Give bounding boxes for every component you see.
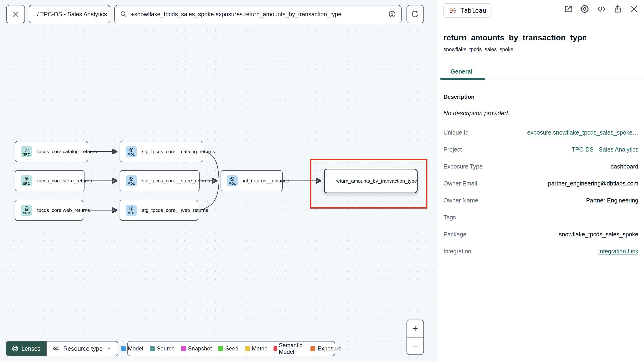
row-label: Project (444, 146, 462, 153)
description-empty-text: No description provided. (444, 110, 638, 117)
resource-type-label: Resource type (63, 345, 103, 352)
source-badge-label: SRC (23, 211, 30, 215)
panel-actions (564, 0, 638, 18)
legend-swatch (245, 346, 250, 351)
lenses-button[interactable]: Lenses (6, 341, 46, 356)
lineage-node-exposure-selected[interactable]: return_amounts_by_transaction_type (324, 169, 418, 193)
tableau-icon (449, 6, 457, 15)
chevron-down-icon (106, 346, 112, 351)
model-badge-label: MDL (128, 153, 135, 156)
node-label: tpcds_core.store_returns (37, 178, 92, 184)
row-label: Tags (444, 214, 456, 221)
node-label: stg_tpcds_core__web_returns (142, 207, 208, 213)
refresh-lineage-button[interactable] (406, 5, 424, 23)
active-tab-indicator (440, 78, 485, 80)
legend-item-source: Source (150, 345, 175, 352)
code-icon (596, 4, 606, 14)
source-badge-label: SRC (23, 153, 30, 156)
model-badge: MDL (126, 146, 137, 157)
legend-label: Source (157, 345, 175, 352)
row-value: dashboard (610, 163, 638, 170)
lineage-node-source-store-returns[interactable]: SRC tpcds_core.store_returns (15, 170, 84, 191)
breadcrumb[interactable]: .. / TPC-DS - Sales Analytics (29, 5, 110, 23)
legend-swatch (310, 346, 316, 351)
row-value: snowflake_tpcds_sales_spoke (559, 231, 638, 238)
row-label: Unique Id (444, 129, 469, 136)
row-label: Package (444, 231, 466, 238)
metadata-rows: Unique Id exposure.snowflake_tpcds_sales… (444, 129, 638, 265)
row-project: Project TPC-DS - Sales Analytics (444, 146, 638, 163)
integration-link[interactable]: Integration Link (598, 248, 638, 255)
row-integration: Integration Integration Link (444, 248, 638, 265)
open-external-button[interactable] (564, 5, 573, 14)
lineage-selector-bar (114, 5, 402, 23)
legend-swatch (121, 346, 126, 351)
lineage-node-source-catalog-returns[interactable]: SRC tpcds_core.catalog_returns (15, 141, 88, 162)
lineage-node-int-returns-unioned[interactable]: MDL int_returns__unioned (220, 170, 283, 191)
model-badge-label: MDL (128, 211, 135, 215)
source-badge: SRC (21, 175, 32, 187)
details-panel: Tableau (438, 0, 644, 362)
lineage-node-stg-catalog-returns[interactable]: MDL stg_tpcds_core__catalog_returns (120, 141, 203, 162)
external-link-icon (564, 5, 573, 14)
cube-icon (230, 176, 235, 182)
node-label: tpcds_core.catalog_returns (37, 149, 97, 154)
lineage-node-stg-store-returns[interactable]: MDL stg_tpcds_core__store_returns (120, 170, 200, 191)
share-button[interactable] (614, 5, 622, 14)
close-panel-button[interactable] (630, 5, 638, 14)
info-icon[interactable] (388, 10, 396, 18)
zoom-controls: + − (406, 320, 424, 355)
resource-type-dropdown[interactable]: Resource type (46, 341, 118, 356)
row-owner-email: Owner Email partner_engineering@dbtlabs.… (444, 180, 638, 197)
description-heading: Description (444, 94, 638, 100)
refresh-icon (411, 10, 420, 18)
breadcrumb-label: .. / TPC-DS - Sales Analytics (32, 11, 107, 18)
lineage-selector-input[interactable] (131, 11, 384, 18)
project-link[interactable]: TPC-DS - Sales Analytics (572, 146, 638, 153)
model-badge: MDL (227, 175, 238, 187)
general-tab-content: Description No description provided. Uni… (438, 79, 644, 265)
legend-label: Semantic Model (279, 342, 304, 355)
row-package: Package snowflake_tpcds_sales_spoke (444, 231, 638, 248)
database-icon (24, 147, 29, 152)
close-icon (12, 10, 20, 18)
legend-item-semantic-model: Semantic Model (274, 342, 304, 355)
cube-icon (129, 147, 134, 152)
unique-id-link[interactable]: exposure.snowflake_tpcds_sales_spoke… (527, 129, 638, 136)
node-label: int_returns__unioned (243, 178, 289, 184)
lineage-legend: Model Source Snapshot Seed Metric Semant… (127, 341, 335, 356)
legend-swatch (218, 346, 223, 351)
tab-general[interactable]: General (450, 68, 472, 75)
compass-icon (580, 4, 590, 14)
resource-package-subtitle: snowflake_tpcds_sales_spoke (444, 46, 638, 53)
database-icon (24, 176, 29, 182)
integration-badge-label: Tableau (460, 7, 486, 14)
aperture-icon (12, 345, 18, 352)
node-label: tpcds_core.web_returns (37, 207, 90, 213)
legend-item-seed: Seed (218, 345, 238, 352)
source-badge: SRC (21, 146, 32, 157)
zoom-out-button[interactable]: − (407, 337, 424, 354)
close-lineage-button[interactable] (6, 5, 25, 23)
legend-item-model: Model (121, 345, 143, 352)
legend-label: Snapshot (188, 345, 212, 352)
view-code-button[interactable] (596, 4, 606, 14)
details-panel-header: Tableau (438, 0, 644, 23)
lineage-node-source-web-returns[interactable]: SRC tpcds_core.web_returns (15, 200, 83, 221)
row-label: Integration (444, 248, 471, 255)
zoom-in-button[interactable]: + (407, 320, 424, 337)
resource-title: return_amounts_by_transaction_type (444, 33, 638, 42)
dbt-explorer-lineage-page: .. / TPC-DS - Sales Analytics SRC (0, 0, 644, 362)
node-label: return_amounts_by_transaction_type (336, 178, 417, 184)
legend-item-exposure: Exposure (310, 345, 341, 352)
row-unique-id: Unique Id exposure.snowflake_tpcds_sales… (444, 129, 638, 146)
panel-tabs: General (438, 68, 644, 79)
explore-button[interactable] (580, 4, 590, 14)
lineage-canvas[interactable]: .. / TPC-DS - Sales Analytics SRC (0, 0, 438, 362)
database-icon (24, 206, 29, 211)
lenses-label: Lenses (22, 345, 40, 352)
lineage-node-stg-web-returns[interactable]: MDL stg_tpcds_core__web_returns (120, 200, 198, 221)
node-label: stg_tpcds_core__catalog_returns (142, 149, 215, 154)
cube-icon (129, 206, 134, 211)
row-value: Partner Engineering (586, 197, 638, 204)
